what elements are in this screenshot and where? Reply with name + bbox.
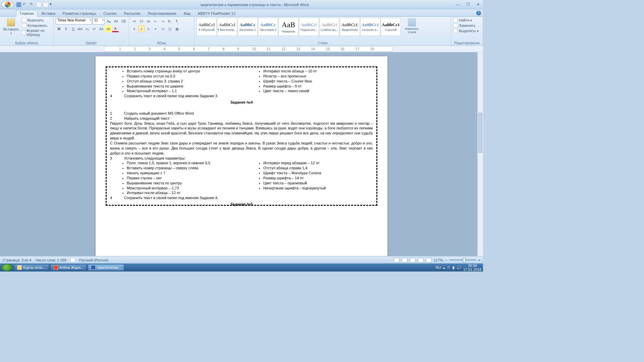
shrink-font-button[interactable]: A▾ [113,18,119,24]
style-item[interactable]: AaBbCciСлабое вы... [319,18,339,36]
select-button[interactable]: Выделить ▾ [453,28,479,33]
font-color-button[interactable]: A [112,25,119,32]
font-size-combo[interactable]: 11 [93,18,105,24]
view-printlayout-button[interactable] [393,258,399,262]
tab-mailings[interactable]: Рассылки [120,10,144,16]
preview-icon[interactable] [43,2,48,7]
taskbar-item[interactable]: практически... [88,264,124,271]
document-viewport[interactable]: Вставить номер страницы внизу от центраП… [0,52,483,263]
strike-button[interactable]: abc [77,25,84,32]
view-fullscreen-button[interactable] [401,258,408,262]
bold-button[interactable]: Ж [56,25,62,32]
zoom-slider[interactable] [449,259,476,260]
office-button[interactable] [1,1,14,9]
vertical-scrollbar[interactable] [477,52,483,256]
scrollbar-thumb[interactable] [478,113,482,153]
group-editing-label: Редактирование [453,41,481,45]
style-item[interactable]: AaBbCcЗаголовок 1 [237,18,258,36]
tray-clock[interactable]: 20:50 17.01.2016 [463,263,482,272]
status-zoom[interactable]: 117% [434,258,443,262]
indent-button[interactable]: ⇥ [159,18,166,24]
start-button[interactable] [1,264,13,271]
change-case-button[interactable]: Aa [98,25,105,32]
chevron-up-icon[interactable]: ▴ [443,265,445,270]
flag-icon[interactable]: ⚐ [447,265,450,270]
list-item: Интервал перед абзацем – 12 пт [263,161,373,166]
redo-icon[interactable]: ↷ [30,2,35,7]
view-web-button[interactable] [410,258,416,262]
view-outline-button[interactable] [418,258,424,262]
style-item[interactable]: AaBbCcЗаголовок 2 [258,18,278,36]
undo-icon[interactable]: ↶ [23,2,28,7]
font-name-combo[interactable]: Times New Roman [56,18,92,24]
clear-format-button[interactable]: ⌫ [120,18,127,24]
styles-gallery[interactable]: AaBbCcI¶ ОбычныйAaBbCcI¶ Без интер...AaB… [197,18,401,36]
windows-taskbar: Курсы поль... Алёна Жара... практически.… [0,263,483,272]
zoom-in-button[interactable]: + [478,258,480,262]
copy-button[interactable]: Копировать [22,23,51,28]
bullets-button[interactable]: •≡ [131,18,138,24]
volume-icon[interactable]: 🔊 [457,265,461,270]
zoom-out-button[interactable]: − [445,258,447,262]
numbering-button[interactable]: 1≡ [138,18,145,24]
cut-button[interactable]: Вырезать [22,18,51,22]
status-page[interactable]: Страница: 3 из 4 [3,258,32,262]
align-center-button[interactable]: ≡ [138,25,145,32]
style-item[interactable]: AaBbCcLВыделение [340,18,360,36]
minimize-button[interactable]: — [454,2,462,7]
style-item[interactable]: AaBbCc1Сильное в... [360,18,380,36]
highlight-button[interactable]: ab [105,25,112,32]
change-styles-button[interactable]: Изменить стили [402,18,422,35]
help-icon[interactable]: ? [476,11,481,15]
style-item[interactable]: AaBbCcI¶ Обычный [197,18,217,36]
show-marks-button[interactable]: ¶ [173,18,180,24]
tab-home[interactable]: Главная [16,10,38,17]
outdent-button[interactable]: ⇤ [152,18,159,24]
paste-button[interactable]: Вставить ▾ [2,18,20,36]
tray-language[interactable]: RU [436,265,441,269]
paste-icon [7,18,15,26]
align-left-button[interactable]: ≡ [131,25,138,32]
replace-button[interactable]: Заменить [453,23,475,28]
taskbar-item[interactable]: Алёна Жара... [50,264,87,271]
status-words[interactable]: Число слов: 1 268 [36,258,66,262]
sort-button[interactable]: A↓ [166,18,173,24]
proofing-icon[interactable] [70,258,75,262]
tab-abbyy[interactable]: ABBYY FineReader 12 [195,10,239,16]
restore-button[interactable]: ❐ [464,2,472,7]
borders-button[interactable]: ▦ [173,25,180,32]
style-item[interactable]: AaBbCciПодзаголо... [299,18,319,36]
style-item[interactable]: AaBНазвание [278,18,299,36]
status-language[interactable]: Русский (Россия) [79,258,108,262]
horizontal-ruler[interactable]: 123456789101112131415161718 [104,46,392,52]
tab-references[interactable]: Ссылки [100,10,120,16]
taskbar-item[interactable]: Курсы поль... [14,264,49,271]
quickprint-icon[interactable] [36,2,42,7]
multilevel-button[interactable]: ≡▸ [145,18,152,24]
save-icon[interactable] [16,2,21,7]
qat-dropdown-icon[interactable]: ▾ [50,2,55,7]
style-item[interactable]: AaBbCcI¶ Без интер... [217,18,237,36]
underline-button[interactable]: Ч [70,25,76,32]
grow-font-button[interactable]: A▴ [105,18,112,24]
statusbar: Страница: 3 из 4 Число слов: 1 268 Русск… [0,256,483,263]
tab-insert[interactable]: Вставка [38,10,59,16]
doc-text: Создать новый документ MS Office Word [124,111,194,116]
italic-button[interactable]: К [63,25,69,32]
format-painter-button[interactable]: Формат по образцу [22,28,51,37]
line-spacing-button[interactable]: ↕≡ [159,25,166,32]
tab-review[interactable]: Рецензирование [145,10,180,16]
tab-layout[interactable]: Разметка страницы [59,10,100,16]
tab-view[interactable]: Вид [180,10,194,16]
style-item[interactable]: AaBbCc1Строгий [381,18,401,36]
subscript-button[interactable]: x₂ [84,25,91,32]
view-draft-button[interactable] [426,258,432,262]
list-item: Поля: левое 1,5, правое 1, верхнее и ниж… [127,161,236,166]
network-icon[interactable]: ▮ [452,265,454,270]
superscript-button[interactable]: x² [91,25,98,32]
align-right-button[interactable]: ≡ [145,25,152,32]
justify-button[interactable]: ≡ [152,25,159,32]
find-button[interactable]: Найти ▾ [453,18,472,22]
shading-button[interactable]: ◫ [166,25,173,32]
close-button[interactable]: ✕ [474,2,482,7]
